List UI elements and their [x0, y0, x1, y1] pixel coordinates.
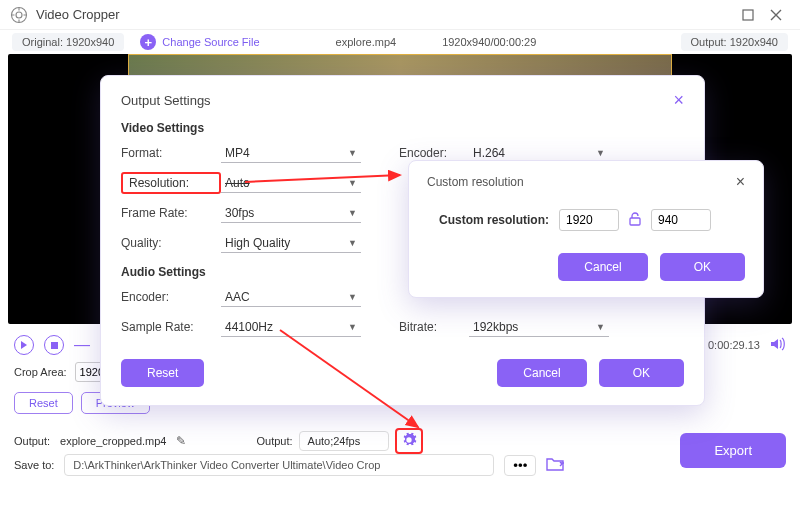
save-to-row: Save to: ••• [14, 454, 786, 476]
gear-icon[interactable] [401, 432, 417, 450]
svg-rect-4 [630, 218, 640, 225]
volume-icon[interactable] [770, 337, 786, 353]
resolution-label: Resolution: [121, 172, 221, 194]
custom-res-label: Custom resolution: [439, 213, 549, 227]
output-badge: Output: 1920x940 [681, 33, 788, 51]
plus-circle-icon: + [140, 34, 156, 50]
play-icon [20, 341, 28, 349]
chevron-down-icon: ▼ [348, 322, 357, 332]
app-logo-icon [10, 6, 28, 24]
change-source-label: Change Source File [162, 36, 259, 48]
sample-rate-label: Sample Rate: [121, 320, 221, 334]
browse-button[interactable]: ••• [504, 455, 536, 476]
unlock-icon[interactable] [629, 212, 641, 229]
folder-open-icon[interactable] [546, 457, 564, 474]
change-source-button[interactable]: + Change Source File [140, 34, 259, 50]
chevron-down-icon: ▼ [596, 148, 605, 158]
info-bar: Original: 1920x940 + Change Source File … [0, 30, 800, 54]
titlebar: Video Cropper [0, 0, 800, 30]
window-minimize-button[interactable] [734, 5, 762, 25]
stop-button[interactable] [44, 335, 64, 355]
reset-button[interactable]: Reset [14, 392, 73, 414]
audio-encoder-label: Encoder: [121, 290, 221, 304]
chevron-down-icon: ▼ [348, 238, 357, 248]
output-filename: explore_cropped.mp4 [60, 435, 166, 447]
framerate-label: Frame Rate: [121, 206, 221, 220]
modal-reset-button[interactable]: Reset [121, 359, 204, 387]
custom-res-height-input[interactable] [651, 209, 711, 231]
window-close-button[interactable] [762, 5, 790, 25]
svg-rect-2 [743, 10, 753, 20]
video-settings-heading: Video Settings [121, 121, 684, 135]
output-format-select[interactable]: Auto;24fps [299, 431, 389, 451]
dash-icon: — [74, 336, 90, 354]
save-path-input[interactable] [64, 454, 494, 476]
custom-resolution-modal: Custom resolution × Custom resolution: C… [408, 160, 764, 298]
output-label: Output: [14, 435, 50, 447]
resolution-select[interactable]: Auto▼ [221, 174, 361, 193]
chevron-down-icon: ▼ [348, 148, 357, 158]
save-to-label: Save to: [14, 459, 54, 471]
chevron-down-icon: ▼ [348, 178, 357, 188]
app-title: Video Cropper [36, 7, 120, 22]
edit-icon[interactable]: ✎ [176, 434, 186, 448]
close-icon [770, 9, 782, 21]
modal-close-button[interactable]: × [673, 90, 684, 111]
quality-label: Quality: [121, 236, 221, 250]
custom-res-width-input[interactable] [559, 209, 619, 231]
output-format-wrap: Output: Auto;24fps [256, 428, 422, 454]
format-select[interactable]: MP4▼ [221, 144, 361, 163]
modal-ok-button[interactable]: OK [599, 359, 684, 387]
sample-rate-select[interactable]: 44100Hz▼ [221, 318, 361, 337]
chevron-down-icon: ▼ [348, 292, 357, 302]
filename: explore.mp4 [336, 36, 397, 48]
svg-point-1 [16, 12, 22, 18]
square-icon [742, 9, 754, 21]
modal-title: Output Settings [121, 93, 211, 108]
output-label-2: Output: [256, 435, 292, 447]
bitrate-select[interactable]: 192kbps▼ [469, 318, 609, 337]
chevron-down-icon: ▼ [348, 208, 357, 218]
dims-time: 1920x940/00:00:29 [442, 36, 536, 48]
stop-icon [51, 342, 58, 349]
svg-rect-3 [51, 342, 58, 349]
audio-encoder-select[interactable]: AAC▼ [221, 288, 361, 307]
bitrate-label: Bitrate: [399, 320, 469, 334]
format-label: Format: [121, 146, 221, 160]
custom-res-ok-button[interactable]: OK [660, 253, 745, 281]
encoder-label: Encoder: [399, 146, 469, 160]
framerate-select[interactable]: 30fps▼ [221, 204, 361, 223]
original-badge: Original: 1920x940 [12, 33, 124, 51]
custom-res-cancel-button[interactable]: Cancel [558, 253, 647, 281]
modal-cancel-button[interactable]: Cancel [497, 359, 586, 387]
custom-res-close-button[interactable]: × [736, 173, 745, 191]
play-button[interactable] [14, 335, 34, 355]
quality-select[interactable]: High Quality▼ [221, 234, 361, 253]
export-button[interactable]: Export [680, 433, 786, 468]
chevron-down-icon: ▼ [596, 322, 605, 332]
gear-highlight [395, 428, 423, 454]
crop-area-label: Crop Area: [14, 366, 67, 378]
custom-res-title: Custom resolution [427, 175, 524, 189]
time-code: 0:00:29.13 [708, 339, 760, 351]
output-row: Output: explore_cropped.mp4 ✎ Output: Au… [14, 428, 786, 454]
